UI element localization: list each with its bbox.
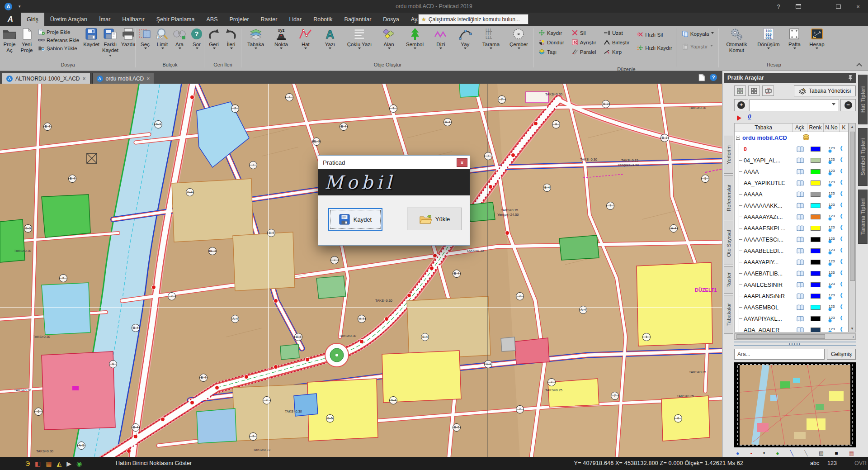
limit-button[interactable]: 100 Limit bbox=[154, 27, 171, 51]
layer-lock-icon[interactable] bbox=[839, 281, 844, 289]
birlestir-button[interactable]: Birleştir bbox=[604, 39, 629, 46]
layer-lock-icon[interactable] bbox=[839, 213, 844, 221]
layer-visibility-icon[interactable] bbox=[793, 180, 808, 186]
app-menu-button[interactable]: A bbox=[0, 13, 21, 26]
layer-color-swatch[interactable] bbox=[808, 248, 823, 253]
layer-root-row[interactable]: ordu mobil.ACD bbox=[735, 132, 848, 143]
layer-lock-icon[interactable] bbox=[839, 190, 844, 198]
tabaka-button[interactable]: Tabaka bbox=[246, 27, 265, 51]
ribbon-tab-halihazır[interactable]: Halihazır bbox=[116, 13, 150, 26]
ovr-toggle[interactable]: OVR bbox=[854, 460, 867, 466]
dialog-kaydet-button[interactable]: Kaydet bbox=[328, 208, 382, 231]
sembol-button[interactable]: Sembol bbox=[405, 27, 425, 51]
layer-visibility-icon[interactable] bbox=[793, 146, 808, 152]
proje-ekle-button[interactable]: Proje Ekle bbox=[38, 28, 79, 35]
hatch-icon[interactable]: ▨ bbox=[819, 450, 824, 456]
layer-lock-icon[interactable] bbox=[839, 179, 844, 187]
side-tab-yerlerim[interactable]: Yerlerim bbox=[724, 136, 733, 174]
layer-row[interactable]: 0123 bbox=[735, 143, 848, 155]
donusum-button[interactable]: 100010001 Dönüşüm bbox=[756, 27, 781, 51]
layer-row[interactable]: AAYAPIYAKL...123 bbox=[735, 313, 848, 324]
ortho-toggle-icon[interactable]: ◧ bbox=[35, 460, 41, 467]
layer-color-swatch[interactable] bbox=[808, 294, 823, 299]
otomatik-komut-button[interactable]: Otomatik Komut bbox=[722, 27, 751, 53]
layer-horizontal-scrollbar[interactable]: › bbox=[734, 333, 856, 340]
layer-visibility-icon[interactable] bbox=[793, 214, 808, 220]
hesap-button[interactable]: sh Hesap bbox=[808, 27, 826, 51]
linetype-gray-icon[interactable]: ╲ bbox=[804, 450, 807, 456]
layer-color-swatch[interactable] bbox=[808, 282, 823, 287]
layer-visibility-icon[interactable] bbox=[793, 316, 808, 322]
side-tab-tabakalar[interactable]: Tabakalar bbox=[724, 295, 733, 334]
farkli-kaydet-button[interactable]: Farklı Kaydet bbox=[101, 27, 120, 59]
layer-visibility-icon[interactable] bbox=[793, 259, 808, 266]
nokta-button[interactable]: xyz Nokta bbox=[273, 27, 290, 51]
linetype-blue-icon[interactable]: ╲ bbox=[790, 450, 793, 456]
point-blue-icon[interactable]: ● bbox=[736, 450, 739, 456]
ayristir-button[interactable]: Ayrıştır bbox=[571, 39, 596, 46]
grid-toggle-icon[interactable]: ▦ bbox=[46, 460, 52, 467]
col-nno[interactable]: N.No bbox=[824, 123, 840, 132]
layer-lock-icon[interactable] bbox=[839, 236, 844, 243]
panel-splitter[interactable]: ••••• bbox=[734, 342, 856, 346]
geri-button[interactable]: Geri bbox=[205, 27, 222, 51]
dizi-button[interactable]: Dizi bbox=[432, 27, 449, 51]
layer-row[interactable]: AAAILCESINIR123 bbox=[735, 279, 848, 290]
layer-color-swatch[interactable] bbox=[808, 214, 823, 219]
uzat-button[interactable]: Uzat bbox=[604, 29, 629, 36]
layer-visibility-icon[interactable] bbox=[793, 203, 808, 209]
hat-button[interactable]: Hat bbox=[297, 27, 314, 51]
ribbon-tab-bağlantılar[interactable]: Bağlantılar bbox=[339, 13, 377, 26]
kaydir-button[interactable]: Kaydır bbox=[538, 29, 564, 36]
layer-row[interactable]: AAAAAESKPL...123 bbox=[735, 223, 848, 234]
canvas-help-icon[interactable]: ? bbox=[710, 74, 717, 81]
tasi-button[interactable]: Taşı bbox=[538, 48, 564, 55]
layer-color-swatch[interactable] bbox=[808, 158, 823, 163]
layer-lock-icon[interactable] bbox=[839, 224, 844, 232]
point-red-icon[interactable]: ▪ bbox=[750, 450, 752, 456]
side-tab-raster[interactable]: Raster bbox=[724, 266, 733, 294]
layer-visibility-icon[interactable] bbox=[793, 282, 808, 288]
minimap[interactable] bbox=[734, 362, 856, 447]
sablon-yukle-button[interactable]: Şablon Yükle bbox=[38, 45, 79, 52]
ribbon-tab-dosya[interactable]: Dosya bbox=[377, 13, 405, 26]
panel-header[interactable]: Pratik Araçlar bbox=[724, 73, 856, 83]
pattern-icon[interactable]: ▦ bbox=[849, 450, 854, 456]
point-green-icon[interactable]: ● bbox=[776, 450, 779, 456]
layer-swap-button[interactable] bbox=[762, 85, 774, 96]
layer-lock-icon[interactable] bbox=[839, 315, 844, 323]
yazi-button[interactable]: A Yazı bbox=[321, 27, 339, 51]
numeric-toggle[interactable]: 123 bbox=[827, 460, 837, 466]
layer-lock-icon[interactable] bbox=[839, 157, 844, 164]
layer-color-swatch[interactable] bbox=[808, 316, 823, 321]
layer-visibility-icon[interactable] bbox=[793, 304, 808, 311]
layer-lock-icon[interactable] bbox=[839, 270, 844, 277]
yeni-proje-button[interactable]: Yeni Proje bbox=[18, 27, 35, 53]
delta-toggle-icon[interactable]: ◭ bbox=[57, 460, 62, 467]
layer-row[interactable]: AAAAAAAKK...123 bbox=[735, 200, 848, 211]
proje-ac-button[interactable]: Proje Aç bbox=[1, 27, 18, 53]
layer-visibility-icon[interactable] bbox=[793, 169, 808, 175]
map-canvas[interactable]: B–4B–377B–47A–478B–3B–35B–4B–35B–47BL–38… bbox=[0, 84, 723, 457]
cember-button[interactable]: Çember bbox=[508, 27, 529, 51]
sil-button[interactable]: Sil bbox=[571, 29, 596, 36]
layer-lock-icon[interactable] bbox=[839, 258, 844, 266]
layer-row[interactable]: AAASEMBOL123 bbox=[735, 302, 848, 313]
layer-view-checks-button[interactable] bbox=[734, 85, 746, 96]
tarama-button[interactable]: LLLLLLLLL Tarama bbox=[481, 27, 501, 51]
document-tab[interactable]: AALTINORDU-1000_X.ACD× bbox=[2, 73, 90, 84]
layer-row[interactable]: AAAABELEDI...123 bbox=[735, 245, 848, 256]
pafta-button[interactable]: Pafta bbox=[786, 27, 803, 51]
ribbon-tab-şehir-planlama[interactable]: Şehir Planlama bbox=[151, 13, 201, 26]
layer-color-swatch[interactable] bbox=[808, 328, 823, 332]
alan-button[interactable]: Alan bbox=[380, 27, 397, 51]
layer-row[interactable]: 04_YAPI_AL...123 bbox=[735, 155, 848, 166]
pin-icon[interactable] bbox=[848, 75, 853, 81]
layer-visibility-icon[interactable] bbox=[793, 157, 808, 164]
coklu-yazi-button[interactable]: Çoklu Yazı bbox=[346, 27, 373, 51]
layer-color-swatch[interactable] bbox=[808, 226, 823, 231]
layer-row[interactable]: AAAPLANSıNıR123 bbox=[735, 290, 848, 302]
layer-row[interactable]: AAAAAAYAZı...123 bbox=[735, 211, 848, 223]
layer-color-swatch[interactable] bbox=[808, 203, 823, 208]
layer-lock-icon[interactable] bbox=[839, 145, 844, 153]
